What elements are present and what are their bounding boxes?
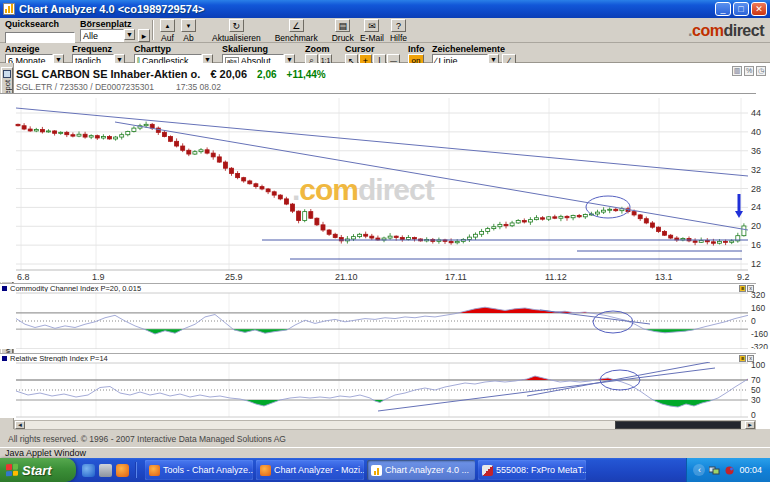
- zeichenelemente-label: Zeichenelemente: [432, 44, 516, 54]
- intraday-clock-icon[interactable]: ◷: [756, 66, 766, 76]
- cursor-label: Cursor: [345, 44, 400, 54]
- scrollbar-track[interactable]: [25, 421, 745, 429]
- svg-text:13.1: 13.1: [655, 272, 673, 282]
- frequenz-label: Frequenz: [72, 44, 125, 54]
- boersenplatz-select[interactable]: Alle: [80, 29, 124, 42]
- toolbar-chart-settings: Anzeige 6 Monate▼ Frequenz täglich▼ Char…: [0, 43, 770, 63]
- ab-button[interactable]: ▼ Ab: [181, 19, 196, 43]
- help-icon: ?: [391, 19, 406, 32]
- internet-explorer-icon[interactable]: [82, 464, 95, 477]
- app-window: Chart Analyzer 4.0 <co1989729574> _ □ ✕ …: [0, 0, 770, 482]
- svg-text:16: 16: [751, 240, 761, 250]
- series-color-swatch: [2, 356, 7, 361]
- price-change: 2,06: [257, 69, 276, 80]
- svg-text:21.10: 21.10: [335, 272, 358, 282]
- svg-text:70: 70: [751, 375, 761, 385]
- boersenplatz-dropdown-icon[interactable]: ▼: [124, 29, 135, 40]
- window-title: Chart Analyzer 4.0 <co1989729574>: [19, 3, 715, 15]
- windows-flag-icon: [6, 464, 18, 477]
- rsi-indicator-panel[interactable]: 1007050300: [0, 362, 770, 418]
- druck-button[interactable]: ▤ Druck: [332, 19, 354, 43]
- quick-launch-bar: [76, 462, 145, 478]
- series-color-swatch: [2, 286, 7, 291]
- cci-plot[interactable]: 3201600-160-320: [0, 292, 770, 349]
- title-bar[interactable]: Chart Analyzer 4.0 <co1989729574> _ □ ✕: [0, 0, 770, 18]
- svg-text:32: 32: [751, 165, 761, 175]
- svg-text:30: 30: [751, 395, 761, 405]
- scroll-right-icon[interactable]: ►: [745, 421, 755, 429]
- svg-text:160: 160: [751, 303, 765, 313]
- rsi-close-icon[interactable]: x: [747, 355, 754, 362]
- svg-text:.comdirect: .comdirect: [292, 173, 435, 206]
- boersenplatz-label: Börsenplatz: [80, 19, 150, 29]
- scroll-left-icon[interactable]: ◄: [15, 421, 25, 429]
- charttyp-label: Charttyp: [134, 44, 213, 54]
- network-icon[interactable]: [709, 466, 720, 475]
- comdirect-logo: .comdirect: [688, 22, 764, 40]
- svg-text:11.12: 11.12: [545, 272, 567, 282]
- info-label: Info: [408, 44, 425, 54]
- firefox-icon: [260, 465, 271, 476]
- compare-mini-icon[interactable]: %: [744, 66, 754, 76]
- instrument-name: SGL CARBON SE Inhaber-Aktien o.: [16, 68, 200, 80]
- email-button[interactable]: ✉ E-Mail: [360, 19, 384, 43]
- printer-icon: ▤: [335, 19, 350, 32]
- cci-edit-icon[interactable]: ≡: [739, 285, 746, 292]
- svg-text:0: 0: [751, 316, 756, 326]
- svg-text:28: 28: [751, 184, 761, 194]
- last-price: € 20,06: [210, 68, 247, 80]
- scrollbar-thumb[interactable]: [615, 421, 741, 429]
- cci-indicator-panel[interactable]: 3201600-160-320: [0, 292, 770, 349]
- main-candlestick-chart[interactable]: 4440363228242016126.81.925.921.1017.1111…: [0, 94, 770, 282]
- svg-text:25.9: 25.9: [225, 272, 243, 282]
- benchmark-button[interactable]: ∠ Benchmark: [275, 19, 318, 43]
- tray-chevron-icon[interactable]: ‹: [693, 464, 705, 476]
- depot-icon: [3, 70, 11, 78]
- svg-text:-320: -320: [751, 342, 768, 349]
- chart-type-mini-icon[interactable]: ▥: [732, 66, 742, 76]
- arrow-up-icon: ▲: [160, 19, 175, 32]
- maximize-button[interactable]: □: [733, 2, 749, 16]
- refresh-icon: ↻: [229, 19, 244, 32]
- svg-text:40: 40: [751, 127, 761, 137]
- svg-text:-160: -160: [751, 329, 768, 339]
- horizontal-scrollbar[interactable]: ◄ ►: [14, 420, 756, 430]
- auf-button[interactable]: ▲ Auf: [160, 19, 175, 43]
- system-tray: ‹ 00:04: [686, 458, 770, 482]
- task-chart-analyzer-mozilla[interactable]: Chart Analyzer - Mozi...: [256, 460, 364, 480]
- chart-analyzer-icon: [371, 465, 382, 476]
- aktualisieren-button[interactable]: ↻ Aktualisieren: [212, 19, 261, 43]
- metatrader-icon: [482, 465, 493, 476]
- cci-close-icon[interactable]: x: [747, 285, 754, 292]
- chart-applet-area: Listen/Depot Indikatoren Chart Einstellu…: [0, 63, 770, 429]
- boersenplatz-more-button[interactable]: ▸: [138, 29, 150, 42]
- svg-text:9.2: 9.2: [737, 272, 750, 282]
- task-chart-analyzer-40[interactable]: Chart Analyzer 4.0 ...: [367, 460, 475, 480]
- zoom-label: Zoom: [305, 44, 332, 54]
- svg-text:17.11: 17.11: [445, 272, 467, 282]
- candlestick-plot[interactable]: 4440363228242016126.81.925.921.1017.1111…: [0, 94, 770, 282]
- firefox-icon[interactable]: [116, 464, 129, 477]
- rsi-edit-icon[interactable]: ≡: [739, 355, 746, 362]
- firefox-icon: [149, 465, 160, 476]
- quote-timestamp: 17:35 08.02: [176, 82, 221, 92]
- close-button[interactable]: ✕: [751, 2, 767, 16]
- svg-text:320: 320: [751, 292, 765, 300]
- rsi-plot[interactable]: 1007050300: [0, 362, 770, 418]
- task-tools-chart-analyzer[interactable]: Tools - Chart Analyze...: [145, 460, 253, 480]
- arrow-down-icon: ▼: [181, 19, 196, 32]
- svg-text:24: 24: [751, 202, 761, 212]
- app-logo-icon: [3, 3, 15, 15]
- task-fxpro-metatrader[interactable]: 555008: FxPro MetaT...: [478, 460, 586, 480]
- svg-text:36: 36: [751, 146, 761, 156]
- svg-text:6.8: 6.8: [17, 272, 30, 282]
- minimize-button[interactable]: _: [715, 2, 731, 16]
- tray-clock: 00:04: [739, 465, 762, 475]
- svg-text:44: 44: [751, 108, 761, 118]
- start-button[interactable]: Start: [0, 458, 76, 482]
- svg-text:0: 0: [751, 410, 756, 418]
- quote-header: SGL CARBON SE Inhaber-Aktien o. € 20,06 …: [16, 68, 730, 92]
- security-status-icon[interactable]: [724, 466, 735, 475]
- hilfe-button[interactable]: ? Hilfe: [390, 19, 407, 43]
- show-desktop-icon[interactable]: [99, 464, 112, 477]
